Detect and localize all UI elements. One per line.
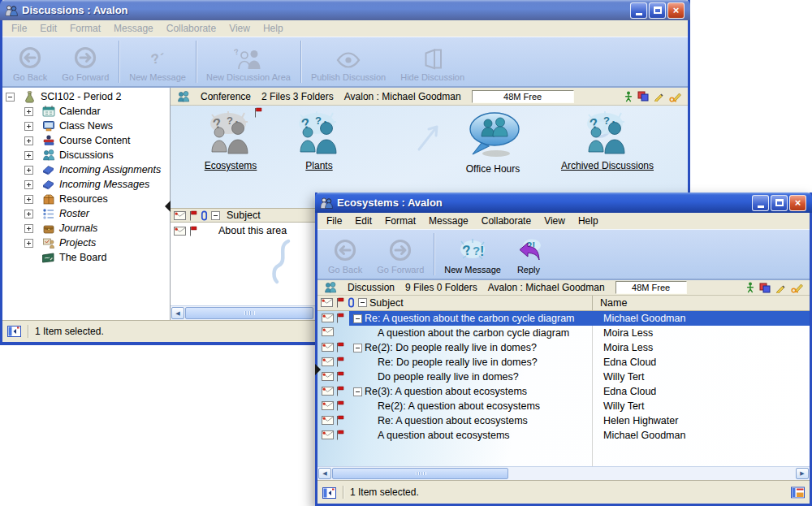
splitter-collapse-arrow[interactable]: [165, 201, 171, 212]
desktop-item-office-hours[interactable]: Office Hours: [445, 110, 541, 175]
tree-item-incoming-messages[interactable]: Incoming Messages: [2, 177, 170, 192]
tree-item-sci102-period-2[interactable]: SCI102 - Period 2: [2, 89, 170, 104]
menu-view[interactable]: View: [222, 23, 257, 34]
column-divider[interactable]: [592, 296, 593, 310]
publish-discussion-button[interactable]: Publish Discussion: [304, 38, 393, 85]
desktop-item-ecosystems[interactable]: ??!Ecosystems: [188, 110, 273, 171]
scroll-left-button[interactable]: ◀: [171, 307, 184, 319]
message-row[interactable]: Re(3): A question about ecosystemsEdna C…: [317, 384, 810, 399]
envelope-column-icon: [174, 211, 186, 220]
expand-box[interactable]: [24, 166, 33, 175]
layers-icon[interactable]: [637, 91, 649, 102]
name-column-label[interactable]: Name: [600, 297, 627, 309]
people-teal-icon: ??!: [584, 110, 631, 156]
message-row[interactable]: Re: A question about the carbon cycle di…: [317, 311, 810, 326]
titlebar-ecosystems[interactable]: Ecosystems : Avalon ×: [315, 192, 812, 213]
scroll-left-button[interactable]: ◀: [318, 468, 331, 479]
toolbar-button-label: Go Back: [13, 72, 47, 82]
scroll-thumb[interactable]: [332, 468, 508, 479]
expand-box[interactable]: [24, 136, 33, 145]
online-user-icon[interactable]: [624, 91, 633, 102]
edit-pencil-icon[interactable]: [775, 283, 786, 293]
message-row[interactable]: Re: A question about ecosystemsHelen Hig…: [317, 413, 810, 428]
menu-help[interactable]: Help: [257, 23, 290, 34]
tree-item-label: The Board: [59, 252, 106, 263]
expand-box[interactable]: [24, 239, 33, 248]
panel-toggle-icon[interactable]: [322, 487, 336, 499]
minimize-button[interactable]: [752, 195, 769, 211]
tree-item-label: Class News: [59, 120, 113, 132]
hide-discussion-button[interactable]: Hide Discussion: [393, 38, 472, 85]
collapse-thread-box[interactable]: [353, 314, 362, 323]
collapse-thread-box[interactable]: [353, 387, 362, 396]
desktop-item-plants[interactable]: ??!Plants: [283, 110, 356, 171]
tree-item-class-news[interactable]: Class News: [2, 119, 170, 133]
permissions-pencil-key-icon[interactable]: [669, 91, 682, 102]
tree-item-projects[interactable]: Projects: [2, 236, 170, 250]
edit-pencil-icon[interactable]: [654, 91, 664, 102]
expand-box[interactable]: [24, 210, 33, 218]
message-row[interactable]: Re(2): Do people really live in domes?Mo…: [317, 340, 810, 355]
desktop-item-archived-discussions[interactable]: ??!Archived Discussions: [538, 110, 677, 171]
infobar-icons: [624, 91, 682, 102]
discussion-kind: Discussion: [348, 282, 395, 293]
close-button[interactable]: ×: [789, 195, 806, 211]
expand-box[interactable]: [24, 180, 33, 189]
tree-item-journals[interactable]: Journals: [2, 221, 170, 236]
tree-item-roster[interactable]: Roster: [2, 206, 170, 221]
tree-item-calendar[interactable]: Calendar: [2, 104, 170, 119]
message-list-header[interactable]: Subject Name: [317, 296, 810, 311]
subject-column-label[interactable]: Subject: [369, 297, 404, 309]
collapse-all-box[interactable]: [358, 298, 367, 307]
splitter-collapse-arrow[interactable]: [315, 364, 321, 375]
expand-box[interactable]: [24, 195, 33, 204]
scroll-right-button[interactable]: ▶: [796, 468, 809, 479]
message-row[interactable]: Re: Do people really live in domes?Edna …: [317, 355, 810, 370]
online-user-icon[interactable]: [746, 282, 754, 293]
expand-box[interactable]: [24, 151, 33, 160]
message-row[interactable]: A question about ecosystemsMichael Goodm…: [317, 428, 810, 443]
attachment-column-icon: [201, 210, 208, 221]
discuss-icon: [41, 149, 55, 162]
collapse-box[interactable]: [6, 93, 15, 102]
message-row[interactable]: A question about the carbon cycle diagra…: [317, 326, 810, 340]
panel-toggle-icon[interactable]: [7, 325, 21, 337]
hide-door-icon: [421, 48, 443, 70]
maximize-button[interactable]: [649, 2, 666, 19]
close-button[interactable]: ×: [667, 2, 685, 19]
tree-item-course-content[interactable]: Course Content: [2, 133, 170, 148]
new-discussion-area-button[interactable]: ?New Discussion Area: [199, 38, 298, 85]
message-row[interactable]: Re(2): A question about ecosystemsWilly …: [317, 399, 810, 413]
scroll-thumb[interactable]: [185, 307, 313, 319]
go-forward-button[interactable]: Go Forward: [54, 38, 116, 85]
layers-icon[interactable]: [759, 283, 771, 293]
collapse-all-box[interactable]: [211, 211, 220, 220]
titlebar-discussions[interactable]: Discussions : Avalon ×: [0, 0, 690, 20]
expand-box[interactable]: [24, 107, 33, 116]
message-row-icons: [322, 386, 344, 396]
permissions-pencil-key-icon[interactable]: [791, 282, 804, 293]
toolbar-button-label: Go Forward: [377, 265, 424, 275]
minimize-button[interactable]: [630, 2, 647, 19]
expand-box[interactable]: [24, 224, 33, 233]
menu-message[interactable]: Message: [107, 23, 160, 34]
tree-item-the-board[interactable]: The Board: [2, 250, 170, 265]
svg-text:?: ?: [315, 115, 322, 127]
message-row[interactable]: Do people really live in domes?Willy Ter…: [317, 370, 810, 384]
menu-file[interactable]: File: [5, 23, 33, 34]
view-layout-icon[interactable]: [791, 487, 805, 499]
menu-format[interactable]: Format: [63, 23, 107, 34]
collapse-thread-box[interactable]: [353, 344, 362, 352]
maximize-button[interactable]: [771, 195, 788, 211]
toolbar-separator: [434, 233, 434, 275]
tree-item-discussions[interactable]: Discussions: [2, 148, 170, 162]
tree-item-incoming-assignments[interactable]: Incoming Assignments: [2, 162, 170, 177]
list-item-about-this-area[interactable]: About this area: [171, 223, 688, 238]
menu-collaborate[interactable]: Collaborate: [160, 23, 222, 34]
flag-icon: [336, 400, 344, 411]
tree-item-resources[interactable]: Resources: [2, 192, 170, 206]
new-message-button[interactable]: ?´New Message: [122, 38, 193, 85]
expand-box[interactable]: [24, 122, 33, 131]
menu-edit[interactable]: Edit: [33, 23, 63, 34]
go-back-button[interactable]: Go Back: [6, 38, 54, 85]
